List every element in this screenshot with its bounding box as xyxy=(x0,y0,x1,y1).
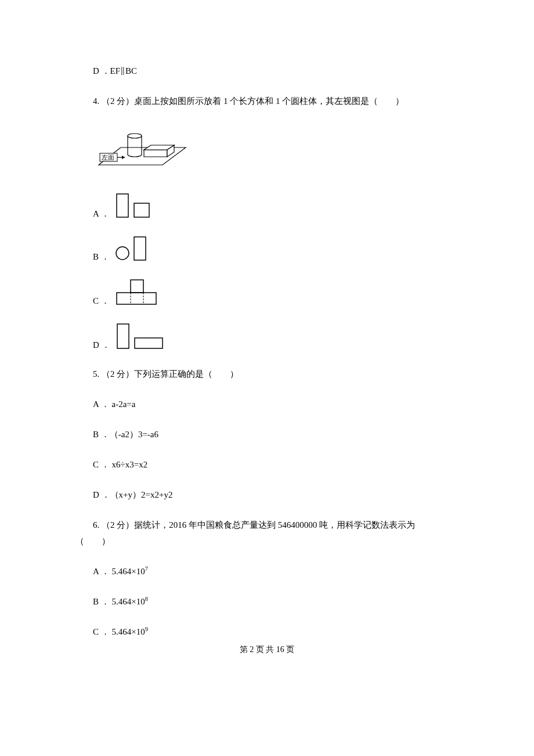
svg-rect-16 xyxy=(117,293,156,304)
q5-stem: 5. （2 分）下列运算正确的是（ ） xyxy=(75,367,459,381)
q6-option-c-exp: 9 xyxy=(145,626,148,632)
q4-option-a-icon xyxy=(114,193,156,219)
q5-option-d: D ．（x+y）2=x2+y2 xyxy=(75,488,459,502)
q4-option-b: B ． xyxy=(93,236,459,262)
q6-option-c-label: C ． xyxy=(93,627,110,636)
q4-option-d-label: D ． xyxy=(93,340,110,351)
svg-text:左面: 左面 xyxy=(102,154,114,161)
svg-rect-15 xyxy=(131,280,143,293)
q6-stem-line2: （ ） xyxy=(75,534,459,548)
q4-figure-svg: 左面 xyxy=(93,124,192,177)
q4-option-c-label: C ． xyxy=(93,296,110,307)
q6-option-a-base: 5.464×10 xyxy=(112,567,145,576)
q6-option-a-label: A ． xyxy=(93,567,110,576)
svg-rect-12 xyxy=(134,203,149,217)
q4-stem: 4. （2 分）桌面上按如图所示放着 1 个长方体和 1 个圆柱体，其左视图是（… xyxy=(75,94,459,108)
q4-option-a-label: A ． xyxy=(93,208,110,219)
svg-marker-4 xyxy=(144,150,167,157)
q6-option-a: A ． 5.464×107 xyxy=(75,564,459,578)
q3-option-d: D ．EF∥BC xyxy=(75,64,459,78)
q6-option-b-base: 5.464×10 xyxy=(112,597,145,606)
page-content: D ．EF∥BC 4. （2 分）桌面上按如图所示放着 1 个长方体和 1 个圆… xyxy=(0,0,534,672)
q4-option-b-icon xyxy=(114,236,155,262)
svg-marker-10 xyxy=(122,156,125,159)
q4-figure: 左面 xyxy=(93,124,459,177)
q5-option-a: A ． a-2a=a xyxy=(75,397,459,411)
q4-option-b-label: B ． xyxy=(93,251,110,262)
q6-option-b-label: B ． xyxy=(93,597,110,606)
svg-point-13 xyxy=(116,247,129,260)
svg-rect-11 xyxy=(117,194,128,217)
svg-point-1 xyxy=(128,134,142,138)
svg-rect-19 xyxy=(117,324,129,348)
q6-option-b-exp: 8 xyxy=(145,596,148,602)
q4-option-c-icon xyxy=(114,279,160,307)
page-footer: 第 2 页 共 16 页 xyxy=(75,645,459,655)
svg-rect-20 xyxy=(135,338,163,348)
q6-stem-line1: 6. （2 分）据统计，2016 年中国粮食总产量达到 546400000 吨，… xyxy=(75,518,459,532)
svg-rect-14 xyxy=(134,237,146,260)
q5-option-b: B ．（-a2）3=-a6 xyxy=(75,427,459,441)
q4-option-d: D ． xyxy=(93,323,459,351)
q6-option-b: B ． 5.464×108 xyxy=(75,595,459,609)
q6-option-a-exp: 7 xyxy=(145,566,148,572)
q5-option-c: C ． x6÷x3=x2 xyxy=(75,458,459,471)
q4-option-d-icon xyxy=(115,323,167,351)
q6-option-c-base: 5.464×10 xyxy=(112,627,145,636)
q6-option-c: C ． 5.464×109 xyxy=(75,625,459,639)
q4-option-a: A ． xyxy=(93,193,459,219)
q4-option-c: C ． xyxy=(93,279,459,307)
